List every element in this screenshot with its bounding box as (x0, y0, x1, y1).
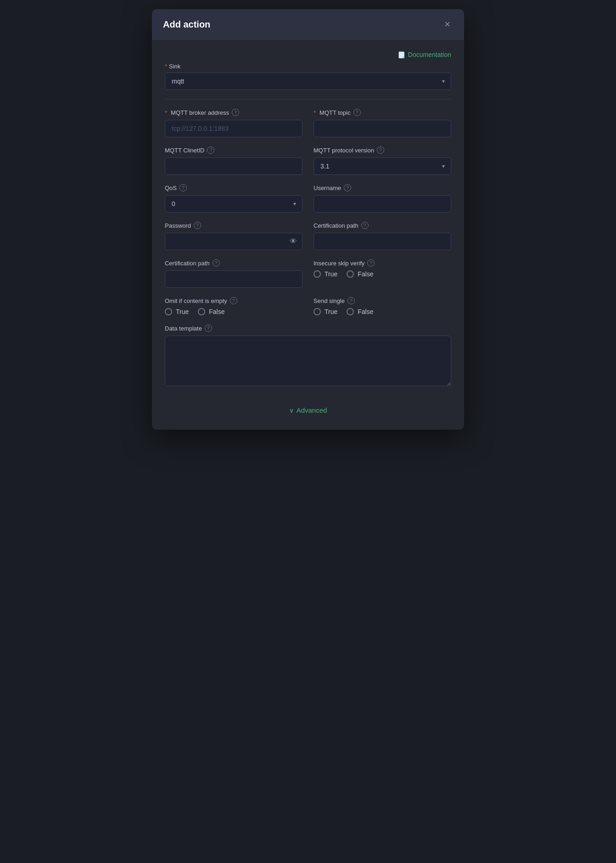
omit-if-empty-field: Omit if content is empty ? True False (165, 297, 302, 315)
sink-label-row: * Sink (165, 63, 451, 70)
cert-path-2-field: Certification path ? (165, 259, 302, 288)
omit-if-empty-help-icon[interactable]: ? (230, 297, 237, 304)
send-single-true-option[interactable]: True (314, 308, 337, 315)
send-single-radio-group: True False (314, 308, 451, 315)
row-clientid-protocol: MQTT ClinetID ? MQTT protocol version ? … (165, 146, 451, 184)
mqtt-clientid-help-icon[interactable]: ? (207, 146, 214, 154)
username-field: Username ? (314, 184, 451, 213)
omit-false-radio[interactable] (198, 308, 205, 315)
sink-field-group: * Sink mqtt http kafka redis ▾ (165, 63, 451, 90)
password-help-icon[interactable]: ? (194, 222, 201, 229)
omit-if-empty-radio-group: True False (165, 308, 302, 315)
mqtt-clientid-label: MQTT ClinetID ? (165, 146, 302, 154)
insecure-false-option[interactable]: False (347, 270, 373, 278)
password-field: Password ? 👁 (165, 222, 302, 250)
omit-true-option[interactable]: True (165, 308, 189, 315)
send-single-true-radio[interactable] (314, 308, 321, 315)
advanced-button[interactable]: ∨ Advanced (289, 406, 327, 414)
row-omit-send: Omit if content is empty ? True False (165, 297, 451, 325)
data-template-field: Data template ? (165, 325, 451, 388)
cert-path-2-label: Certification path ? (165, 259, 302, 267)
insecure-skip-verify-field: Insecure skip verify ? True False (314, 259, 451, 288)
password-wrapper: 👁 (165, 233, 302, 250)
divider-1 (165, 99, 451, 100)
insecure-skip-verify-radio-group: True False (314, 270, 451, 278)
username-label: Username ? (314, 184, 451, 191)
cert-path-2-help-icon[interactable]: ? (213, 259, 220, 267)
send-single-label: Send single ? (314, 297, 451, 304)
insecure-false-radio[interactable] (347, 270, 354, 278)
mqtt-protocol-help-icon[interactable]: ? (377, 146, 384, 154)
documentation-link-row: 🗒️ Documentation (165, 51, 451, 58)
protocol-select-wrapper: 3.1 3.1.1 5.0 ▾ (314, 157, 451, 175)
mqtt-protocol-label: MQTT protocol version ? (314, 146, 451, 154)
data-template-textarea[interactable] (165, 336, 451, 386)
row-broker-topic: * MQTT broker address ? * MQTT topic ? (165, 109, 451, 146)
advanced-chevron-icon: ∨ (289, 407, 294, 414)
data-template-label: Data template ? (165, 325, 451, 332)
omit-true-radio[interactable] (165, 308, 172, 315)
password-label: Password ? (165, 222, 302, 229)
sink-required-marker: * (165, 63, 167, 70)
insecure-skip-verify-help-icon[interactable]: ? (367, 259, 375, 267)
mqtt-topic-input[interactable] (314, 120, 451, 137)
omit-false-option[interactable]: False (198, 308, 224, 315)
close-button[interactable]: × (442, 18, 453, 30)
documentation-link[interactable]: 🗒️ Documentation (398, 51, 451, 58)
mqtt-topic-label: * MQTT topic ? (314, 109, 451, 116)
qos-select-wrapper: 0 1 2 ▾ (165, 195, 302, 213)
protocol-select[interactable]: 3.1 3.1.1 5.0 (314, 157, 451, 175)
send-single-false-radio[interactable] (347, 308, 354, 315)
data-template-help-icon[interactable]: ? (205, 325, 212, 332)
row-cert2-insecure: Certification path ? Insecure skip verif… (165, 259, 451, 297)
mqtt-clientid-field: MQTT ClinetID ? (165, 146, 302, 175)
broker-address-label: * MQTT broker address ? (165, 109, 302, 116)
send-single-field: Send single ? True False (314, 297, 451, 315)
modal-title: Add action (163, 19, 210, 30)
sink-label: * Sink (165, 63, 180, 70)
qos-select[interactable]: 0 1 2 (165, 195, 302, 213)
advanced-section: ∨ Advanced (165, 397, 451, 419)
username-input[interactable] (314, 195, 451, 213)
add-action-modal: Add action × 🗒️ Documentation * Sink mqt… (152, 9, 464, 430)
broker-address-field: * MQTT broker address ? (165, 109, 302, 137)
send-single-false-option[interactable]: False (347, 308, 373, 315)
broker-address-input[interactable] (165, 120, 302, 137)
broker-address-help-icon[interactable]: ? (232, 109, 239, 116)
cert-path-1-label: Certification path ? (314, 222, 451, 229)
send-single-help-icon[interactable]: ? (347, 297, 355, 304)
cert-path-1-help-icon[interactable]: ? (361, 222, 369, 229)
modal-body: 🗒️ Documentation * Sink mqtt http kafka … (152, 40, 464, 430)
password-input[interactable] (165, 233, 302, 250)
cert-path-2-input[interactable] (165, 270, 302, 288)
username-help-icon[interactable]: ? (344, 184, 351, 191)
cert-path-1-input[interactable] (314, 233, 451, 250)
doc-icon: 🗒️ (398, 51, 405, 58)
sink-select-wrapper: mqtt http kafka redis ▾ (165, 73, 451, 90)
qos-field: QoS ? 0 1 2 ▾ (165, 184, 302, 213)
insecure-true-option[interactable]: True (314, 270, 337, 278)
qos-label: QoS ? (165, 184, 302, 191)
mqtt-topic-field: * MQTT topic ? (314, 109, 451, 137)
sink-select[interactable]: mqtt http kafka redis (165, 73, 451, 90)
qos-help-icon[interactable]: ? (179, 184, 187, 191)
insecure-skip-verify-label: Insecure skip verify ? (314, 259, 451, 267)
mqtt-topic-help-icon[interactable]: ? (353, 109, 361, 116)
row-password-cert: Password ? 👁 Certification path ? (165, 222, 451, 259)
row-qos-username: QoS ? 0 1 2 ▾ Username ? (165, 184, 451, 222)
eye-icon[interactable]: 👁 (290, 237, 297, 246)
mqtt-protocol-field: MQTT protocol version ? 3.1 3.1.1 5.0 ▾ (314, 146, 451, 175)
mqtt-clientid-input[interactable] (165, 157, 302, 175)
insecure-true-radio[interactable] (314, 270, 321, 278)
omit-if-empty-label: Omit if content is empty ? (165, 297, 302, 304)
cert-path-1-field: Certification path ? (314, 222, 451, 250)
modal-header: Add action × (152, 9, 464, 40)
